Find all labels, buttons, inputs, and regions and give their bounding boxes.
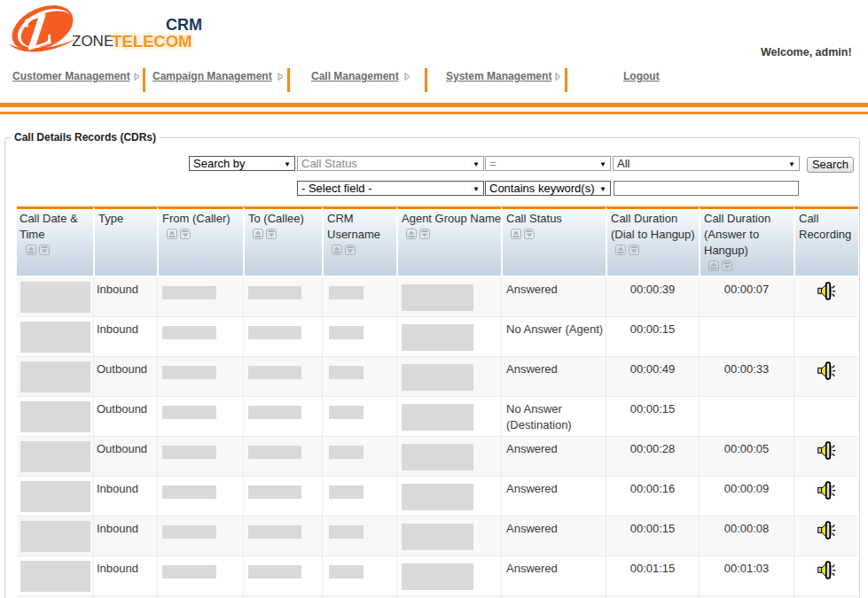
svg-text:ZONE: ZONE	[72, 33, 113, 50]
svg-text:CRM: CRM	[166, 16, 202, 34]
svg-text:TELECOM: TELECOM	[112, 32, 192, 50]
